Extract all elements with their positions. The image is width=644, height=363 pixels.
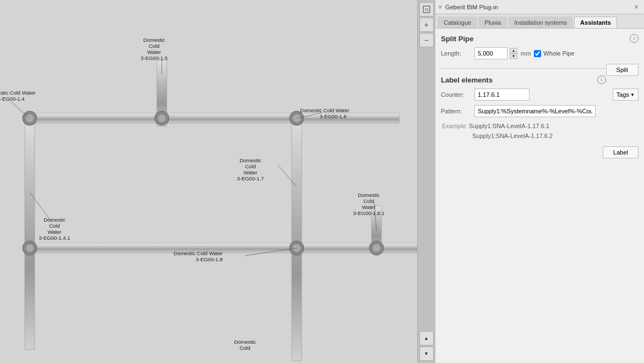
example-line-1: Supply1:SNA-LevelA-1.17.6.1 [469, 123, 549, 129]
svg-text:3-EG00-1.4.1: 3-EG00-1.4.1 [39, 235, 70, 241]
counter-label: Counter: [441, 91, 471, 98]
tab-pluvia[interactable]: Pluvia [478, 16, 507, 28]
svg-point-15 [26, 244, 34, 252]
counter-row: Counter: Tags ▼ [441, 89, 638, 101]
svg-text:Domestic: Domestic [234, 339, 256, 345]
svg-text:Cold: Cold [239, 345, 250, 351]
svg-text:Water: Water [48, 229, 62, 235]
svg-text:Water: Water [244, 169, 258, 175]
scroll-down-button[interactable]: ▼ [419, 346, 434, 361]
example-line-2: Supply1:SNA-LevelA-1.17.6.2 [472, 133, 553, 139]
tab-installation-systems[interactable]: Installation systems [508, 16, 573, 28]
pipe-drawing: Domestic Cold Water 3-EG00-1.5 Domestic … [0, 0, 435, 363]
zoom-out-button[interactable]: − [419, 33, 434, 47]
zoom-fit-button[interactable]: ⊡ [419, 2, 434, 16]
spinner-up[interactable]: ▲ [510, 48, 517, 53]
example-label-text: Example: [442, 123, 467, 129]
panel-content: Split Pipe i Length: ▲ ▼ mm Whole Pipe S… [435, 29, 644, 363]
pattern-row: Pattern: [441, 105, 638, 117]
svg-text:3-EG00-1.5: 3-EG00-1.5 [140, 55, 167, 61]
example-line-2-wrap: Supply1:SNA-LevelA-1.17.6.2 [442, 131, 638, 141]
tab-assistants[interactable]: Assistants [574, 16, 617, 28]
example-block: Example: Supply1:SNA-LevelA-1.17.6.1 Sup… [441, 122, 638, 141]
tab-bar: Catalogue Pluvia Installation systems As… [435, 14, 644, 29]
label-elements-section: Label elements i Counter: Tags ▼ Pattern… [441, 75, 638, 141]
length-input[interactable] [474, 47, 507, 59]
zoom-in-button[interactable]: + [419, 18, 434, 32]
section-divider [441, 68, 606, 69]
svg-text:Domestic: Domestic [239, 157, 261, 163]
svg-point-7 [158, 114, 166, 122]
svg-text:3-EG00-1.8.1: 3-EG00-1.8.1 [353, 210, 384, 216]
svg-text:3-EG00-1.8: 3-EG00-1.8 [195, 256, 222, 262]
pattern-label: Pattern: [441, 108, 471, 114]
svg-text:3-EG00-1.4: 3-EG00-1.4 [0, 96, 25, 102]
pin-icon: ≡ [439, 4, 442, 10]
tags-dropdown-arrow: ▼ [630, 92, 635, 97]
label-elements-info-icon[interactable]: i [597, 75, 606, 84]
tab-catalogue[interactable]: Catalogue [438, 16, 477, 28]
svg-text:Cold: Cold [49, 223, 60, 229]
cad-area: Domestic Cold Water 3-EG00-1.5 Domestic … [0, 0, 435, 363]
counter-input[interactable] [474, 89, 530, 101]
svg-text:Domestic: Domestic [143, 37, 165, 43]
svg-text:Water: Water [148, 49, 161, 55]
right-panel: ≡ Geberit BIM Plug-in × Catalogue Pluvia… [435, 0, 644, 363]
label-elements-header: Label elements i [441, 75, 606, 84]
whole-pipe-checkbox[interactable] [534, 50, 541, 57]
length-row: Length: ▲ ▼ mm Whole Pipe [441, 47, 638, 59]
svg-text:⊡: ⊡ [424, 7, 428, 12]
scroll-up-button[interactable]: ▲ [419, 331, 434, 345]
svg-text:Domestic Cold Water: Domestic Cold Water [300, 107, 349, 113]
svg-text:Domestic: Domestic [358, 192, 380, 198]
svg-point-17 [373, 244, 380, 252]
split-button[interactable]: Split [606, 64, 638, 76]
svg-text:Water: Water [362, 204, 376, 210]
svg-text:3-EG00-1.7: 3-EG00-1.7 [237, 175, 264, 182]
unit-label: mm [521, 50, 531, 57]
cad-toolbar: ⊡ + − ▲ ▼ [417, 0, 435, 363]
svg-text:Cold: Cold [245, 163, 256, 169]
svg-line-23 [11, 102, 30, 118]
title-bar: ≡ Geberit BIM Plug-in × [435, 0, 644, 14]
tags-button[interactable]: Tags ▼ [613, 89, 638, 101]
split-pipe-header: Split Pipe i [441, 34, 638, 43]
length-spinner: ▲ ▼ [510, 48, 517, 59]
split-pipe-info-icon[interactable]: i [630, 34, 638, 43]
svg-text:Domestic: Domestic [43, 217, 66, 223]
spinner-down[interactable]: ▼ [510, 53, 517, 59]
example-prefix: Example: Supply1:SNA-LevelA-1.17.6.1 [442, 123, 549, 129]
split-pipe-title: Split Pipe [441, 35, 473, 43]
label-button[interactable]: Label [603, 146, 638, 158]
svg-text:3-EG00-1.6: 3-EG00-1.6 [319, 113, 346, 119]
whole-pipe-label: Whole Pipe [543, 50, 574, 57]
whole-pipe-checkbox-wrap: Whole Pipe [534, 50, 574, 57]
svg-rect-3 [292, 113, 302, 361]
close-button[interactable]: × [632, 3, 641, 12]
tags-label: Tags [616, 91, 629, 98]
label-elements-title: Label elements [441, 76, 493, 84]
svg-text:Domestic Cold Water: Domestic Cold Water [173, 250, 222, 256]
svg-text:Cold: Cold [363, 198, 374, 204]
length-label: Length: [441, 50, 471, 57]
svg-rect-2 [25, 113, 35, 350]
split-pipe-section: Split Pipe i Length: ▲ ▼ mm Whole Pipe S… [441, 34, 638, 59]
panel-title: Geberit BIM Plug-in [445, 4, 632, 10]
svg-text:Domestic Cold Water: Domestic Cold Water [0, 90, 36, 96]
svg-text:Cold: Cold [149, 43, 160, 49]
pattern-input[interactable] [474, 105, 596, 117]
